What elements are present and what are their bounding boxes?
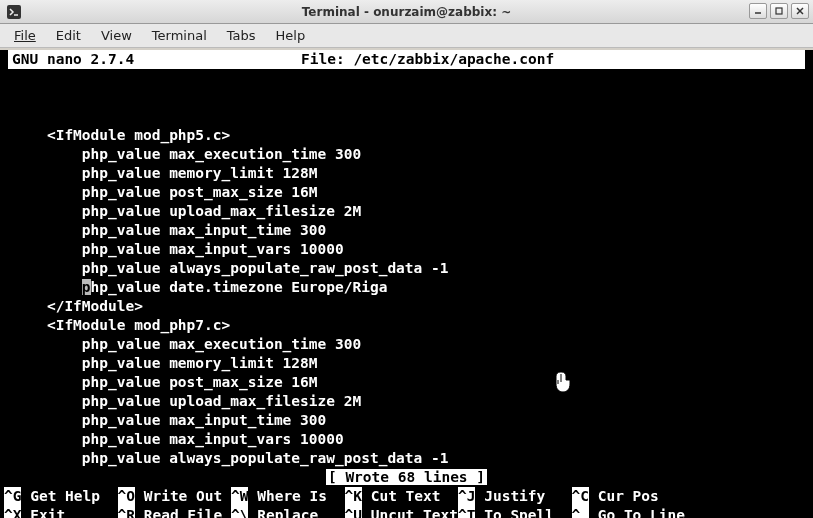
code-line: php_value max_input_time 300: [12, 412, 326, 428]
minimize-button[interactable]: [749, 3, 767, 19]
terminal-icon: [6, 4, 22, 20]
shortcut-key: ^G: [4, 487, 21, 506]
shortcut-label: Read File: [135, 507, 231, 518]
code-line: php_value always_populate_raw_post_data …: [12, 260, 449, 276]
code-line: php_value max_input_time 300: [12, 222, 326, 238]
code-line: php_value upload_max_filesize 2M: [12, 393, 361, 409]
nano-file-label: File: /etc/zabbix/apache.conf: [134, 50, 721, 69]
code-line: php_value post_max_size 16M: [12, 374, 318, 390]
shortcut-key: ^X: [4, 506, 21, 518]
menu-view[interactable]: View: [91, 25, 142, 46]
code-line: <IfModule mod_php7.c>: [12, 317, 230, 333]
svg-rect-3: [776, 8, 782, 14]
menu-edit[interactable]: Edit: [46, 25, 91, 46]
window-titlebar[interactable]: Terminal - onurzaim@zabbix: ~: [0, 0, 813, 24]
nano-status: [ Wrote 68 lines ]: [4, 468, 809, 487]
code-line: </IfModule>: [12, 298, 143, 314]
shortcut-key: ^K: [345, 487, 362, 506]
shortcut-key: ^R: [118, 506, 135, 518]
shortcut-label: Write Out: [135, 488, 231, 504]
code-line: php_value post_max_size 16M: [12, 184, 318, 200]
shortcut-label: To Spell: [475, 507, 571, 518]
code-line: php_value max_input_vars 10000: [12, 431, 344, 447]
nano-version: GNU nano 2.7.4: [12, 50, 134, 69]
menu-help[interactable]: Help: [266, 25, 316, 46]
text-cursor: p: [82, 279, 91, 295]
code-line: php_value max_input_vars 10000: [12, 241, 344, 257]
code-line: php_value date.timezone Europe/Riga: [12, 279, 387, 295]
shortcut-key: ^J: [458, 487, 475, 506]
menu-file[interactable]: File: [4, 25, 46, 46]
nano-shortcut-bar: ^G Get Help ^O Write Out ^W Where Is ^K …: [4, 487, 809, 518]
menu-terminal[interactable]: Terminal: [142, 25, 217, 46]
shortcut-key: ^\: [231, 506, 248, 518]
code-line: <IfModule mod_php5.c>: [12, 127, 230, 143]
close-button[interactable]: [791, 3, 809, 19]
shortcut-label: Go To Line: [589, 507, 685, 518]
shortcut-label: Cur Pos: [589, 488, 659, 504]
shortcut-label: Exit: [21, 507, 117, 518]
shortcut-key: ^T: [458, 506, 475, 518]
shortcut-key: ^C: [572, 487, 589, 506]
menubar: File Edit View Terminal Tabs Help: [0, 24, 813, 48]
nano-header: GNU nano 2.7.4 File: /etc/zabbix/apache.…: [8, 50, 805, 69]
code-line: php_value memory_limit 128M: [12, 355, 318, 371]
shortcut-label: Get Help: [21, 488, 117, 504]
shortcut-key: ^O: [118, 487, 135, 506]
shortcut-key: ^W: [231, 487, 248, 506]
code-line: php_value max_execution_time 300: [12, 146, 361, 162]
shortcut-label: Uncut Text: [362, 507, 458, 518]
code-line: php_value upload_max_filesize 2M: [12, 203, 361, 219]
menu-tabs[interactable]: Tabs: [217, 25, 266, 46]
maximize-button[interactable]: [770, 3, 788, 19]
code-line: php_value max_execution_time 300: [12, 336, 361, 352]
shortcut-label: Justify: [475, 488, 571, 504]
window-title: Terminal - onurzaim@zabbix: ~: [302, 5, 511, 19]
shortcut-label: Where Is: [248, 488, 344, 504]
shortcut-key: ^_: [572, 506, 589, 518]
code-line: php_value memory_limit 128M: [12, 165, 318, 181]
editor-content[interactable]: <IfModule mod_php5.c> php_value max_exec…: [4, 88, 809, 468]
shortcut-key: ^U: [345, 506, 362, 518]
shortcut-label: Replace: [248, 507, 344, 518]
terminal-area[interactable]: GNU nano 2.7.4 File: /etc/zabbix/apache.…: [0, 50, 813, 518]
code-line: php_value always_populate_raw_post_data …: [12, 450, 449, 466]
shortcut-label: Cut Text: [362, 488, 458, 504]
